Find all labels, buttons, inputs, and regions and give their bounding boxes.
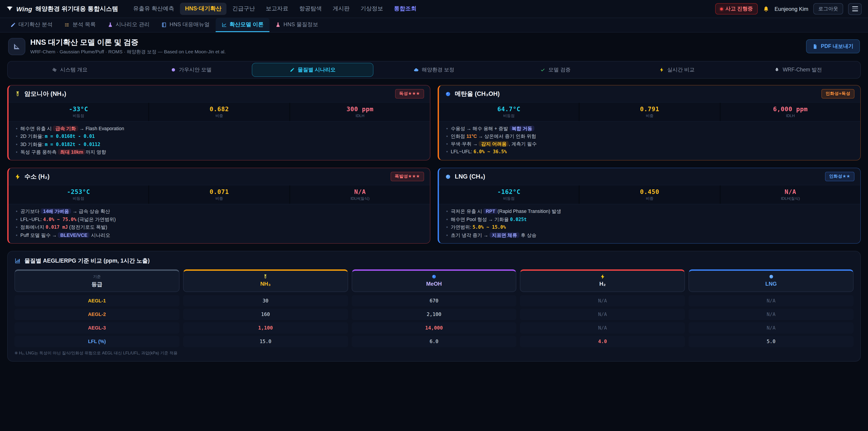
subnav-item-diffusion-analysis[interactable]: 대기확산 분석: [4, 18, 59, 32]
substance-notes: 극저온 유출 시 RPT(Rapid Phase Transition) 발생해…: [439, 205, 860, 243]
nav-item-report-data[interactable]: 보고자료: [261, 3, 293, 15]
stat-boiling-point: 64.7°C비등점: [439, 102, 579, 121]
notifications-button[interactable]: [763, 5, 770, 12]
dot-icon: [445, 91, 451, 97]
brand-title: 해양환경 위기대응 통합시스템: [35, 5, 118, 13]
section-tab-model-validation[interactable]: 모델 검증: [495, 63, 616, 77]
substance-card-header: 수소 (H₂)폭발성★★★: [8, 168, 430, 185]
dot-icon: [768, 274, 774, 279]
test-tube-icon: [14, 91, 21, 97]
section-tab-label: 시스템 개요: [60, 66, 88, 73]
cloud-icon: [414, 67, 418, 72]
table-cell: N/A: [520, 295, 685, 306]
page-title: HNS 대기확산 모델 이론 및 검증: [30, 37, 225, 48]
substance-notes: 해수면 유출 시 급속 기화 → Flash Evaporation2D 기화율…: [8, 122, 430, 160]
nav-item-emergency-rescue[interactable]: 긴급구난: [227, 3, 260, 15]
nav-item-integrated-search[interactable]: 통합조회: [389, 3, 422, 15]
incident-label: 사고 진행중: [725, 5, 753, 12]
bolt-icon: [600, 274, 605, 279]
test-tube-icon: [263, 274, 268, 279]
table-row: AEGL-31,10014,000N/AN/A: [14, 322, 854, 333]
stat-label: 비등점: [10, 196, 147, 202]
substance-title: 암모니아 (NH₃): [24, 90, 66, 98]
stats-row: -162°C비등점0.450비중N/AIDLH(질식): [439, 185, 860, 205]
table-cell: 6.0: [351, 336, 517, 347]
stat-idlh: N/AIDLH(질식): [720, 186, 860, 204]
nav-item-aerial-search[interactable]: 항공탐색: [294, 3, 327, 15]
subnav-item-scenario-management[interactable]: 시나리오 관리: [101, 18, 156, 32]
incident-status-badge[interactable]: 사고 진행중: [715, 3, 758, 14]
note-item: 인화점 11°C → 상온에서 증기 인화 위험: [446, 132, 854, 140]
section-tab-system-overview[interactable]: 시스템 개요: [9, 63, 130, 77]
hamburger-menu-button[interactable]: [848, 3, 862, 15]
stat-value: N/A: [722, 188, 859, 195]
table-cell: N/A: [520, 322, 685, 333]
substance-title: 수소 (H₂): [24, 173, 50, 181]
stat-idlh: N/AIDLH(질식): [290, 186, 430, 204]
subnav-item-label: HNS 대응매뉴얼: [169, 21, 210, 29]
section-tab-realtime-comparison[interactable]: 실시간 비교: [616, 63, 738, 77]
row-label: AEGL-2: [14, 308, 180, 320]
stat-specific-gravity: 0.791비중: [580, 102, 720, 121]
comparison-table-header: 기준등급NH₃MeOHH₂LNG: [14, 269, 854, 292]
column-header-h2: H₂: [520, 269, 685, 292]
top-navbar: Wing 해양환경 위기대응 통합시스템 유출유 확산예측HNS·대기확산긴급구…: [0, 0, 868, 18]
substance-card-ammonia: 암모니아 (NH₃)독성★★★-33°C비등점0.682비중300 ppmIDL…: [7, 85, 430, 161]
section-tab-wrf-chem[interactable]: WRF-Chem 발전: [738, 63, 859, 77]
note-item: LFL~UFL: 4.0% ~ 75.0% (극넓은 가연범위): [16, 215, 423, 223]
topbar-right: 사고 진행중 Eunjeong Kim 로그아웃: [715, 3, 862, 15]
substance-title: 메탄올 (CH₃OH): [455, 90, 500, 98]
section-tab-ocean-env-correction[interactable]: 해양환경 보정: [373, 63, 495, 77]
incident-dot-icon: [720, 7, 723, 10]
section-tab-label: 해양환경 보정: [422, 66, 454, 73]
subnav-item-label: 대기확산 분석: [19, 21, 53, 29]
substance-title: LNG (CH₄): [455, 173, 485, 180]
stats-row: -253°C비등점0.071비중N/AIDLH(질식): [8, 185, 430, 205]
subnav-item-label: 확산모델 이론: [229, 21, 264, 29]
note-item: 2D 기화율: m = 0.0168t - 0.01: [16, 132, 423, 140]
flask-icon: [107, 22, 113, 27]
table-cell: 4.0: [520, 336, 685, 347]
section-tab-substance-scenarios[interactable]: 물질별 시나리오: [252, 63, 373, 77]
stats-row: 64.7°C비등점0.791비중6,000 ppmIDLH: [439, 102, 860, 122]
nav-item-oil-spill-prediction[interactable]: 유출유 확산예측: [128, 3, 179, 15]
logout-button[interactable]: 로그아웃: [813, 3, 843, 14]
stat-value: 0.791: [582, 105, 718, 113]
flask-icon: [275, 22, 281, 27]
subnav-item-analysis-list[interactable]: 분석 목록: [59, 18, 102, 32]
pdf-export-label: PDF 내보내기: [821, 43, 854, 50]
section-tab-gaussian-model[interactable]: 가우시안 모델: [130, 63, 252, 77]
stat-label: 비중: [151, 114, 287, 119]
page-header-left: HNS 대기확산 모델 이론 및 검증 WRF-Chem · Gaussian …: [8, 37, 225, 55]
app-viewport: Wing 해양환경 위기대응 통합시스템 유출유 확산예측HNS·대기확산긴급구…: [0, 0, 868, 431]
note-item: 해수면 Pool 형성 → 기화율 0.025t: [446, 215, 854, 223]
note-item: 수용성 → 해수 용해 + 증발 복합 거동: [446, 125, 854, 132]
subnav-item-hns-response-manual[interactable]: HNS 대응매뉴얼: [156, 18, 215, 32]
table-cell: 15.0: [183, 336, 348, 347]
brand[interactable]: Wing 해양환경 위기대응 통합시스템: [6, 5, 118, 13]
stat-specific-gravity: 0.450비중: [580, 186, 720, 204]
table-cell: N/A: [688, 322, 854, 333]
substance-card-header: LNG (CH₄)인화성★★: [439, 168, 860, 185]
table-row: AEGL-130670N/AN/A: [14, 295, 854, 306]
dot-icon: [171, 67, 176, 72]
comparison-table-title-row: 물질별 AEGL/ERPG 기준 비교 (ppm, 1시간 노출): [14, 257, 854, 265]
stat-label: 비중: [582, 114, 718, 119]
nav-item-weather-info[interactable]: 기상정보: [355, 3, 388, 15]
note-item: 극저온 유출 시 RPT(Rapid Phase Transition) 발생: [446, 208, 854, 215]
stat-label: IDLH(질식): [722, 196, 859, 202]
nav-item-hns-air-diffusion[interactable]: HNS·대기확산: [180, 3, 226, 15]
pdf-export-button[interactable]: PDF 내보내기: [806, 39, 860, 53]
note-item: 가연범위: 5.0% ~ 15.0%: [446, 223, 854, 231]
bolt-icon: [659, 67, 664, 72]
column-header-meoh: MeOH: [351, 269, 517, 292]
subnav-item-hns-substance-info[interactable]: HNS 물질정보: [270, 18, 324, 32]
check-icon: [540, 67, 545, 72]
nav-item-board[interactable]: 게시판: [328, 3, 355, 15]
stat-specific-gravity: 0.682비중: [149, 102, 289, 121]
user-name: Eunjeong Kim: [775, 6, 808, 12]
hazard-badge: 독성★★★: [395, 89, 424, 98]
list-icon: [64, 22, 70, 27]
note-item: Puff 모델 필수 → BLEVE/VCE 시나리오: [16, 231, 423, 239]
subnav-item-diffusion-model-theory[interactable]: 확산모델 이론: [215, 18, 270, 32]
